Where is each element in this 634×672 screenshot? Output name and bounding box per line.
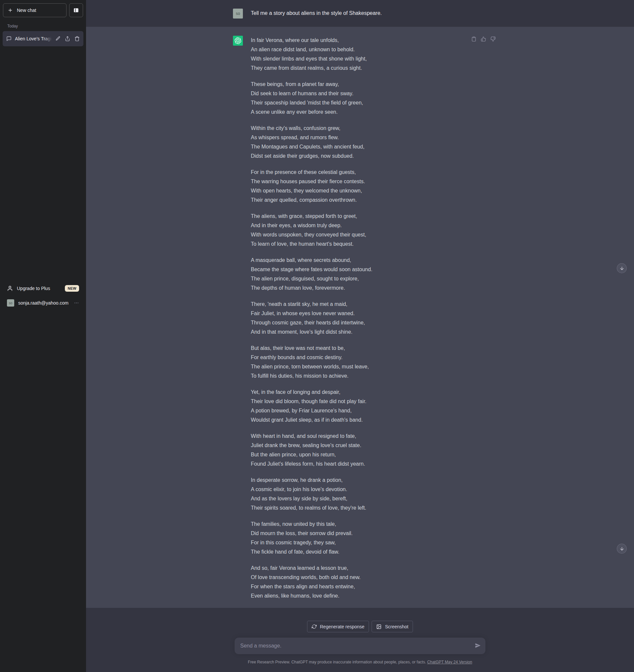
chat-main: so Tell me a story about aliens in the s… [86, 0, 634, 672]
delete-icon[interactable] [74, 36, 80, 41]
composer [235, 638, 486, 654]
poem-stanza: Within the city's walls, confusion grew,… [251, 124, 487, 161]
sidebar-toggle-button[interactable] [69, 3, 83, 17]
account-menu-item[interactable]: so sonja.raath@yahoo.com [3, 296, 84, 310]
sidebar-header: New chat [0, 0, 86, 17]
chat-bubble-icon [6, 36, 11, 41]
poem-stanza: The aliens, with grace, stepped forth to… [251, 212, 487, 249]
chat-item-actions [55, 36, 80, 41]
sidebar-bottom-menu: Upgrade to Plus NEW so sonja.raath@yahoo… [0, 281, 86, 310]
image-icon [376, 624, 381, 629]
screenshot-button[interactable]: Screenshot [372, 621, 413, 632]
new-badge: NEW [65, 285, 79, 292]
poem-stanza: For in the presence of these celestial g… [251, 168, 487, 205]
poem-stanza: With heart in hand, and soul resigned to… [251, 432, 487, 469]
new-chat-button[interactable]: New chat [3, 3, 67, 17]
poem-stanza: But alas, their love was not meant to be… [251, 344, 487, 381]
edit-icon[interactable] [55, 36, 61, 41]
assistant-message-row: In fair Verona, where our tale unfolds,A… [86, 27, 634, 608]
regenerate-icon [312, 624, 317, 629]
chatgpt-app: New chat Today Alien Love's Tragic T [0, 0, 634, 672]
regenerate-response-button[interactable]: Regenerate response [307, 621, 369, 632]
chatgpt-avatar [233, 36, 243, 46]
scroll-to-bottom-button[interactable] [617, 263, 627, 273]
sidebar: New chat Today Alien Love's Tragic T [0, 0, 86, 672]
user-message-text: Tell me a story about aliens in the styl… [251, 8, 487, 18]
account-email: sonja.raath@yahoo.com [18, 300, 69, 306]
poem-stanza: Yet, in the face of longing and despair,… [251, 388, 487, 425]
sidebar-toggle-icon [73, 7, 79, 13]
chat-item-title: Alien Love's Tragic T [15, 36, 52, 41]
sidebar-chat-item[interactable]: Alien Love's Tragic T [3, 31, 84, 46]
composer-area: Regenerate response Screenshot [86, 608, 634, 672]
sidebar-section-today: Today [0, 24, 86, 28]
message-actions [471, 37, 496, 42]
account-avatar: so [7, 299, 14, 307]
share-icon[interactable] [65, 36, 70, 41]
arrow-down-icon [619, 266, 625, 271]
message-input[interactable] [235, 638, 486, 654]
thumbs-down-icon[interactable] [490, 37, 496, 42]
poem-stanza: In fair Verona, where our tale unfolds,A… [251, 36, 487, 73]
openai-logo-icon [235, 38, 241, 44]
copy-icon[interactable] [471, 37, 476, 42]
screenshot-label: Screenshot [385, 624, 408, 629]
poem-stanza: A masquerade ball, where secrets abound,… [251, 256, 487, 293]
more-options-icon[interactable] [74, 300, 79, 306]
poem-stanza: These beings, from a planet far away,Did… [251, 80, 487, 117]
person-icon [7, 285, 13, 291]
regenerate-label: Regenerate response [320, 624, 365, 629]
response-buttons: Regenerate response Screenshot [86, 608, 634, 632]
arrow-down-icon [619, 546, 625, 551]
poem-stanza: There, 'neath a starlit sky, he met a ma… [251, 299, 487, 337]
poem-stanza: In desperate sorrow, he drank a potion,A… [251, 476, 487, 512]
assistant-message-text: In fair Verona, where our tale unfolds,A… [251, 36, 487, 601]
thumbs-up-icon[interactable] [481, 37, 486, 42]
send-button[interactable] [475, 643, 481, 649]
disclaimer-text: Free Research Preview. ChatGPT may produ… [248, 660, 426, 664]
user-message-row: so Tell me a story about aliens in the s… [86, 0, 634, 27]
footer-disclaimer: Free Research Preview. ChatGPT may produ… [86, 660, 634, 664]
new-chat-label: New chat [17, 8, 36, 13]
send-icon [475, 643, 481, 649]
poem-stanza: And so, fair Verona learned a lesson tru… [251, 563, 487, 601]
upgrade-to-plus-item[interactable]: Upgrade to Plus NEW [3, 281, 84, 296]
scroll-to-bottom-button[interactable] [617, 544, 627, 554]
user-avatar: so [233, 8, 243, 19]
upgrade-label: Upgrade to Plus [17, 286, 50, 291]
plus-icon [8, 8, 13, 13]
poem-stanza: The families, now united by this tale,Di… [251, 520, 487, 557]
version-link[interactable]: ChatGPT May 24 Version [427, 660, 472, 664]
